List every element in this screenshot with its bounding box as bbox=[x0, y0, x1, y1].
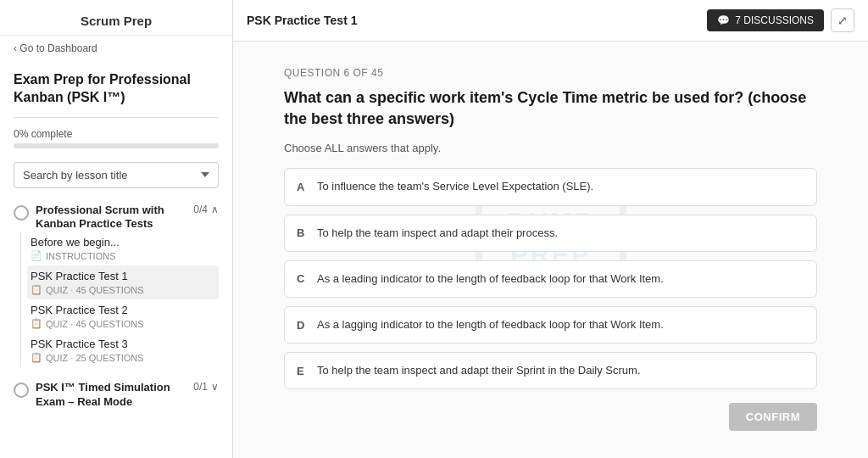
main-header: PSK Practice Test 1 💬 7 DISCUSSIONS ⤢ bbox=[233, 0, 868, 42]
option-letter-c: C bbox=[297, 272, 317, 285]
section-1-header[interactable]: Professional Scrum with Kanban Practice … bbox=[14, 204, 219, 232]
main-header-title: PSK Practice Test 1 bbox=[247, 14, 357, 27]
section-1-header-left: Professional Scrum with Kanban Practice … bbox=[14, 204, 186, 232]
option-letter-a: A bbox=[297, 181, 317, 193]
lesson-psk3-meta-text: QUIZ · 25 QUESTIONS bbox=[46, 353, 144, 363]
lesson-item-psk2[interactable]: PSK Practice Test 2 📋 QUIZ · 45 QUESTION… bbox=[27, 299, 219, 333]
divider bbox=[14, 117, 219, 118]
section-1-right: 0/4 ∧ bbox=[190, 204, 219, 215]
sidebar: Scrum Prep Go to Dashboard Exam Prep for… bbox=[0, 0, 233, 458]
section-2-right: 0/1 ∨ bbox=[190, 381, 219, 393]
lesson-search-select[interactable]: Search by lesson title bbox=[14, 162, 219, 188]
answer-option-a[interactable]: A To influence the team's Service Level … bbox=[284, 168, 817, 205]
lesson-psk3-name: PSK Practice Test 3 bbox=[31, 338, 219, 350]
option-letter-b: B bbox=[297, 226, 317, 239]
doc-icon: 📄 bbox=[31, 250, 42, 261]
option-letter-e: E bbox=[297, 365, 317, 377]
choose-label: Choose ALL answers that apply. bbox=[284, 142, 817, 154]
answer-option-b[interactable]: B To help the team inspect and adapt the… bbox=[284, 215, 817, 252]
sidebar-header: Scrum Prep bbox=[0, 0, 232, 36]
progress-label: 0% complete bbox=[14, 128, 219, 140]
section-1-title: Professional Scrum with Kanban Practice … bbox=[36, 204, 186, 232]
section-2-header-left: PSK I™ Timed Simulation Exam – Real Mode bbox=[14, 381, 186, 410]
quiz-icon-psk2: 📋 bbox=[31, 318, 42, 329]
lesson-psk1-meta-text: QUIZ · 45 QUESTIONS bbox=[46, 285, 144, 295]
answer-option-d[interactable]: D As a lagging indicator to the length o… bbox=[284, 306, 817, 344]
question-text: What can a specific work item's Cycle Ti… bbox=[284, 87, 817, 130]
expand-button[interactable]: ⤢ bbox=[831, 8, 854, 32]
lesson-item-psk3[interactable]: PSK Practice Test 3 📋 QUIZ · 25 QUESTION… bbox=[27, 333, 219, 367]
lesson-before-name: Before we begin... bbox=[31, 236, 219, 249]
section-2-count: 0/1 bbox=[193, 381, 208, 393]
option-text-c: As a leading indicator to the length of … bbox=[317, 271, 664, 287]
chat-icon: 💬 bbox=[717, 14, 730, 26]
chevron-up-icon: ∧ bbox=[211, 204, 219, 215]
section-1-count: 0/4 bbox=[193, 204, 208, 215]
header-right: 💬 7 DISCUSSIONS ⤢ bbox=[707, 8, 854, 32]
main-body: DUMP PREP QUESTION 6 OF 45 What can a sp… bbox=[233, 42, 868, 458]
confirm-row: CONFIRM bbox=[284, 403, 817, 431]
section-2-circle bbox=[14, 383, 29, 398]
option-text-a: To influence the team's Service Level Ex… bbox=[317, 179, 593, 194]
lesson-before-meta-text: INSTRUCTIONS bbox=[46, 251, 116, 261]
section-timed-exam: PSK I™ Timed Simulation Exam – Real Mode… bbox=[0, 374, 232, 416]
quiz-icon-psk1: 📋 bbox=[31, 284, 42, 295]
option-letter-d: D bbox=[297, 319, 317, 332]
lesson-list-section-1: Before we begin... 📄 INSTRUCTIONS PSK Pr… bbox=[14, 232, 219, 367]
discussions-label: 7 DISCUSSIONS bbox=[735, 14, 814, 26]
discussions-button[interactable]: 💬 7 DISCUSSIONS bbox=[707, 9, 824, 31]
search-container: Search by lesson title bbox=[0, 157, 232, 197]
main-content: PSK Practice Test 1 💬 7 DISCUSSIONS ⤢ DU… bbox=[233, 0, 868, 458]
option-text-e: To help the team inspect and adapt their… bbox=[317, 363, 641, 378]
quiz-icon-psk3: 📋 bbox=[31, 352, 42, 363]
option-text-b: To help the team inspect and adapt their… bbox=[317, 226, 558, 241]
back-to-dashboard-link[interactable]: Go to Dashboard bbox=[14, 42, 219, 54]
course-title: Exam Prep for Professional Kanban (PSK I… bbox=[0, 63, 232, 110]
expand-icon: ⤢ bbox=[837, 14, 848, 27]
lesson-psk1-meta: 📋 QUIZ · 45 QUESTIONS bbox=[31, 284, 219, 295]
confirm-button[interactable]: CONFIRM bbox=[729, 403, 817, 431]
chevron-down-icon: ∨ bbox=[211, 381, 219, 393]
lesson-psk2-meta: 📋 QUIZ · 45 QUESTIONS bbox=[31, 318, 219, 329]
sidebar-title: Scrum Prep bbox=[81, 14, 152, 28]
lesson-psk1-name: PSK Practice Test 1 bbox=[31, 270, 219, 282]
lesson-item-before[interactable]: Before we begin... 📄 INSTRUCTIONS bbox=[27, 232, 219, 265]
section-professional-scrum: Professional Scrum with Kanban Practice … bbox=[0, 197, 232, 375]
section-1-circle bbox=[14, 205, 29, 221]
progress-bar-bg bbox=[14, 143, 219, 148]
answer-option-e[interactable]: E To help the team inspect and adapt the… bbox=[284, 352, 817, 389]
lesson-item-psk1[interactable]: PSK Practice Test 1 📋 QUIZ · 45 QUESTION… bbox=[27, 265, 219, 299]
section-2-title: PSK I™ Timed Simulation Exam – Real Mode bbox=[36, 381, 186, 410]
question-label: QUESTION 6 OF 45 bbox=[284, 67, 817, 79]
answer-option-c[interactable]: C As a leading indicator to the length o… bbox=[284, 260, 817, 298]
lesson-psk3-meta: 📋 QUIZ · 25 QUESTIONS bbox=[31, 352, 219, 363]
lesson-psk2-meta-text: QUIZ · 45 QUESTIONS bbox=[46, 319, 144, 329]
progress-section: 0% complete bbox=[0, 125, 232, 157]
lesson-psk2-name: PSK Practice Test 2 bbox=[31, 304, 219, 316]
section-2-header[interactable]: PSK I™ Timed Simulation Exam – Real Mode… bbox=[14, 381, 219, 410]
option-text-d: As a lagging indicator to the length of … bbox=[317, 317, 664, 332]
lesson-before-meta: 📄 INSTRUCTIONS bbox=[31, 250, 219, 261]
